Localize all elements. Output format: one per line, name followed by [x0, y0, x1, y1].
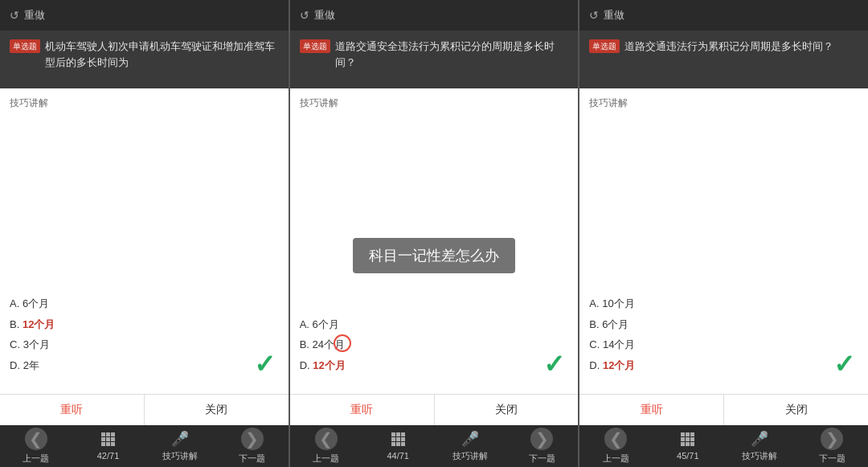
panel-3: ↺ 重做 单选题 道路交通违法行为累积记分周期是多长时间？ 技巧讲解 A. 10…	[579, 0, 868, 425]
prev-arrow-icon-1: ❮	[25, 428, 47, 450]
check-mark-3: ✓	[833, 349, 855, 379]
next-label-2: 下一题	[529, 453, 555, 465]
check-mark-1: ✓	[254, 349, 276, 379]
option-3-c[interactable]: C. 14个月	[589, 337, 858, 353]
badge-single-2: 单选题	[300, 39, 330, 53]
panel-1-actions: 重听 关闭	[0, 394, 289, 425]
panel-3-actions: 重听 关闭	[579, 394, 868, 425]
panel-3-tips: 技巧讲解	[579, 88, 868, 117]
panel-1-content: A. 6个月 B. 12个月 C. 3个月 D. 2年 ✓	[0, 117, 289, 394]
reload-icon-3[interactable]: ↺	[589, 9, 599, 22]
question-text-3: 道路交通违法行为累积记分周期是多长时间？	[624, 39, 833, 55]
panel-2: ↺ 重做 单选题 道路交通安全违法行为累积记分的周期是多长时间？ 技巧讲解 A.…	[290, 0, 580, 425]
progress-3: 45/71	[668, 432, 708, 461]
next-arrow-icon-1: ❯	[241, 428, 264, 450]
tips-nav-3[interactable]: 🎤 技巧讲解	[739, 430, 780, 462]
prev-label-3: 上一题	[603, 453, 629, 465]
tips-nav-label-3: 技巧讲解	[742, 450, 777, 462]
next-arrow-icon-3: ❯	[821, 428, 843, 450]
grid-icon-1	[101, 432, 115, 446]
panel-2-question-area: 单选题 道路交通安全违法行为累积记分的周期是多长时间？	[290, 31, 579, 88]
option-2-a[interactable]: A. 6个月	[300, 317, 569, 333]
rehear-btn-1[interactable]: 重听	[0, 395, 145, 425]
mic-icon-3: 🎤	[751, 430, 768, 448]
panel-3-question-area: 单选题 道路交通违法行为累积记分周期是多长时间？	[579, 31, 868, 88]
panel-1-header: ↺ 重做	[0, 0, 289, 31]
rehear-btn-3[interactable]: 重听	[579, 395, 724, 425]
option-3-a[interactable]: A. 10个月	[589, 296, 858, 312]
progress-label-3: 45/71	[677, 451, 699, 461]
question-text-1: 机动车驾驶人初次申请机动车驾驶证和增加准驾车型后的多长时间为	[45, 39, 279, 70]
tips-label-1: 技巧讲解	[10, 97, 48, 109]
next-btn-2[interactable]: ❯ 下一题	[522, 428, 562, 465]
progress-label-2: 44/71	[387, 451, 409, 461]
nav-bottom: ❮ 上一题 42/71 🎤 技巧讲解 ❯ 下一题	[0, 425, 868, 467]
nav-section-3: ❮ 上一题 45/71 🎤 技巧讲解 ❯ 下一题	[579, 425, 868, 467]
close-btn-2[interactable]: 关闭	[435, 395, 579, 425]
header-label-2: 重做	[314, 8, 335, 23]
rehear-btn-2[interactable]: 重听	[290, 395, 435, 425]
prev-arrow-icon-2: ❮	[315, 428, 338, 450]
next-arrow-icon-2: ❯	[530, 428, 553, 450]
option-3-b[interactable]: B. 6个月	[589, 317, 858, 333]
header-label-3: 重做	[604, 8, 624, 23]
close-btn-1[interactable]: 关闭	[145, 395, 289, 425]
circle-annotation-2	[334, 334, 351, 352]
badge-single-3: 单选题	[589, 39, 620, 53]
option-1-a[interactable]: A. 6个月	[10, 296, 279, 312]
tips-nav-2[interactable]: 🎤 技巧讲解	[450, 430, 490, 462]
next-label-3: 下一题	[819, 453, 845, 465]
prev-arrow-icon-3: ❮	[604, 428, 627, 450]
tips-nav-label-1: 技巧讲解	[162, 450, 198, 462]
option-1-c[interactable]: C. 3个月	[10, 337, 279, 353]
grid-icon-3	[681, 432, 694, 446]
reload-icon-1[interactable]: ↺	[10, 9, 19, 22]
tips-label-3: 技巧讲解	[589, 97, 628, 109]
option-1-d[interactable]: D. 2年	[10, 358, 279, 374]
next-btn-3[interactable]: ❯ 下一题	[812, 428, 852, 465]
prev-btn-3[interactable]: ❮ 上一题	[596, 428, 636, 465]
mic-icon-1: 🎤	[171, 430, 189, 448]
overlay-text-2: 科目一记性差怎么办	[353, 238, 515, 273]
panel-2-tips: 技巧讲解	[290, 88, 579, 117]
panel-3-content: A. 10个月 B. 6个月 C. 14个月 D. 12个月 ✓ — 三 — d…	[579, 117, 868, 394]
options-list-1: A. 6个月 B. 12个月 C. 3个月 D. 2年	[10, 296, 279, 386]
nav-section-2: ❮ 上一题 44/71 🎤 技巧讲解 ❯ 下一题	[290, 425, 580, 467]
prev-label-2: 上一题	[313, 453, 339, 465]
panel-2-content: A. 6个月 B. 24个月 D. 12个月 ✓ 科目一记性差怎么办	[290, 117, 579, 394]
header-label-1: 重做	[24, 8, 45, 23]
panel-1: ↺ 重做 单选题 机动车驾驶人初次申请机动车驾驶证和增加准驾车型后的多长时间为 …	[0, 0, 290, 425]
progress-1: 42/71	[88, 432, 128, 461]
badge-single-1: 单选题	[10, 39, 40, 53]
next-label-1: 下一题	[239, 453, 265, 465]
prev-btn-1[interactable]: ❮ 上一题	[16, 428, 56, 465]
tips-nav-1[interactable]: 🎤 技巧讲解	[160, 430, 200, 462]
progress-label-1: 42/71	[97, 451, 120, 461]
prev-label-1: 上一题	[23, 453, 49, 465]
panel-3-header: ↺ 重做	[579, 0, 868, 31]
panel-1-tips: 技巧讲解	[0, 88, 289, 117]
prev-btn-2[interactable]: ❮ 上一题	[306, 428, 346, 465]
progress-2: 44/71	[378, 432, 418, 461]
check-mark-2: ✓	[543, 349, 565, 379]
nav-section-1: ❮ 上一题 42/71 🎤 技巧讲解 ❯ 下一题	[0, 425, 290, 467]
next-btn-1[interactable]: ❯ 下一题	[232, 428, 272, 465]
panel-2-header: ↺ 重做	[290, 0, 579, 31]
panel-1-question-area: 单选题 机动车驾驶人初次申请机动车驾驶证和增加准驾车型后的多长时间为	[0, 31, 289, 88]
mic-icon-2: 🎤	[461, 430, 479, 448]
options-list-3: A. 10个月 B. 6个月 C. 14个月 D. 12个月	[589, 296, 858, 386]
reload-icon-2[interactable]: ↺	[300, 9, 309, 22]
question-text-2: 道路交通安全违法行为累积记分的周期是多长时间？	[335, 39, 569, 70]
option-2-d[interactable]: D. 12个月	[300, 358, 569, 374]
option-1-b[interactable]: B. 12个月	[10, 317, 279, 333]
close-btn-3[interactable]: 关闭	[724, 395, 868, 425]
tips-label-2: 技巧讲解	[300, 97, 338, 109]
grid-icon-2	[391, 432, 405, 446]
option-3-d[interactable]: D. 12个月	[589, 358, 858, 374]
panel-2-actions: 重听 关闭	[290, 394, 579, 425]
tips-nav-label-2: 技巧讲解	[452, 450, 488, 462]
